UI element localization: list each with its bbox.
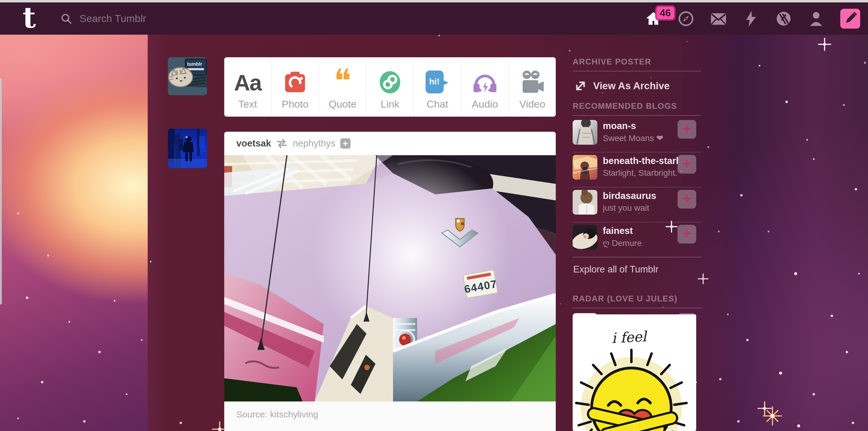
compose-button[interactable] [840, 9, 860, 29]
messages-button[interactable] [710, 10, 727, 27]
video-post-icon [520, 63, 545, 94]
search-input[interactable] [79, 12, 237, 25]
post-reblog-source-link[interactable]: nephythys [293, 138, 335, 149]
quote-post-icon: ❝ [334, 63, 351, 94]
chat-post-icon: hi! [424, 63, 450, 94]
person-icon [808, 10, 825, 27]
post-blog-avatar[interactable] [168, 129, 207, 168]
background-left-nebula [0, 2, 148, 431]
view-as-archive-label: View As Archive [593, 80, 670, 92]
compass-icon [678, 10, 694, 27]
blog-avatar[interactable] [572, 225, 597, 250]
divider [572, 71, 701, 71]
expand-arrows-icon [574, 79, 587, 93]
blog-description: just you wait [603, 203, 678, 213]
explore-all-link[interactable]: Explore all of Tumblr [573, 264, 701, 275]
view-as-archive-link[interactable]: View As Archive [574, 79, 701, 93]
post-type-chat[interactable]: hi! Chat [413, 57, 461, 117]
pusheen-avatar-image: tumblr [168, 57, 207, 95]
divider [572, 308, 701, 308]
window-left-edge [0, 79, 2, 304]
post-footer: Source: kitschyliving [224, 401, 556, 431]
radar-post-image-sun-drawing: i feel [572, 314, 696, 431]
notification-badge: 46 [655, 5, 675, 21]
post-type-text[interactable]: Aa Text [224, 57, 271, 117]
new-post-selector: Aa Text Photo ❝ Quote Link [224, 57, 556, 117]
post-author-link[interactable]: voetsak [236, 138, 271, 149]
home-button[interactable]: 46 [645, 10, 662, 27]
follow-source-button[interactable]: + [340, 138, 350, 149]
divider [572, 257, 701, 257]
birdasaurus-avatar-image [572, 190, 597, 215]
follow-button[interactable]: + [678, 225, 696, 244]
explore-button[interactable] [678, 10, 694, 27]
blog-description: ღ Demure [603, 238, 678, 248]
follow-button[interactable]: + [678, 120, 696, 138]
blog-name[interactable]: beneath-the-starlight [603, 156, 678, 166]
post-type-link[interactable]: Link [366, 57, 413, 117]
audio-post-icon [472, 63, 498, 94]
lightning-icon [743, 10, 760, 27]
link-post-icon [378, 63, 402, 94]
archive-heading: ARCHIVE POSTER [572, 57, 701, 67]
post-type-label: Text [239, 98, 257, 110]
activity-button[interactable] [743, 10, 760, 27]
starlight-avatar-image [572, 155, 597, 180]
own-blog-avatar[interactable]: tumblr [168, 57, 207, 95]
recommended-blog-item[interactable]: fainest ღ Demure + [572, 222, 701, 257]
post-header: voetsak nephythys + [224, 132, 556, 155]
blog-name[interactable]: moan-s [603, 121, 678, 131]
post-type-photo[interactable]: Photo [271, 57, 318, 117]
envelope-icon [710, 10, 727, 27]
post-type-audio[interactable]: Audio [461, 57, 508, 117]
post-type-label: Link [381, 98, 399, 110]
radar-post-card[interactable]: i feel [572, 314, 696, 431]
tumblr-logo[interactable]: t [19, 6, 40, 32]
account-button[interactable] [808, 10, 825, 27]
xkit-icon [775, 10, 792, 27]
reblog-icon [276, 138, 288, 149]
blog-name[interactable]: fainest [603, 225, 678, 236]
blue-avatar-image [168, 129, 207, 168]
search-icon [60, 13, 72, 25]
blog-avatar[interactable] [572, 155, 597, 180]
svg-text:i feel: i feel [611, 328, 648, 346]
blog-avatar[interactable] [572, 190, 597, 215]
window-top-edge [0, 0, 868, 2]
pencil-icon [844, 12, 857, 25]
text-post-icon: Aa [234, 63, 261, 94]
blog-description: Sweet Moans ❤ [603, 133, 678, 143]
post-type-quote[interactable]: ❝ Quote [318, 57, 366, 117]
post-source-link[interactable]: Source: kitschyliving [236, 409, 318, 420]
recommended-blog-item[interactable]: moan-s Sweet Moans ❤ + [572, 118, 701, 153]
post-type-label: Photo [282, 98, 309, 110]
post-type-label: Chat [427, 98, 448, 110]
dashboard-post: voetsak nephythys + [224, 132, 556, 431]
blog-description: Starlight, Starbright. [603, 168, 678, 178]
license-plate: 64407 [462, 270, 498, 298]
recommended-heading: RECOMMENDED BLOGS [572, 101, 701, 111]
recommended-blog-item[interactable]: birdasaurus just you wait + [572, 187, 701, 222]
fainest-avatar-image [572, 225, 597, 250]
follow-button[interactable]: + [678, 190, 696, 209]
post-type-label: Audio [472, 98, 498, 110]
svg-text:hi!: hi! [429, 77, 439, 86]
divider [572, 115, 701, 116]
post-type-video[interactable]: Video [508, 57, 556, 117]
post-photo-classic-car[interactable]: 64407 [224, 155, 556, 401]
top-navbar: t 46 [0, 2, 868, 35]
recommended-blog-item[interactable]: beneath-the-starlight Starlight, Starbri… [572, 153, 701, 187]
blog-avatar[interactable] [572, 120, 597, 145]
follow-button[interactable]: + [678, 155, 696, 174]
post-type-label: Quote [329, 98, 356, 110]
blog-name[interactable]: birdasaurus [603, 190, 678, 201]
photo-post-icon [283, 63, 307, 94]
svg-text:tumblr: tumblr [187, 61, 202, 67]
moan-s-avatar-image [572, 120, 597, 145]
post-type-label: Video [519, 98, 545, 110]
right-sidebar: ARCHIVE POSTER View As Archive RECOMMEND… [572, 57, 701, 345]
navbar-actions: 46 [645, 2, 868, 35]
radar-heading: RADAR (LOVE U JULES) [572, 294, 701, 304]
xkit-button[interactable] [775, 10, 792, 27]
search-bar[interactable] [60, 12, 237, 25]
